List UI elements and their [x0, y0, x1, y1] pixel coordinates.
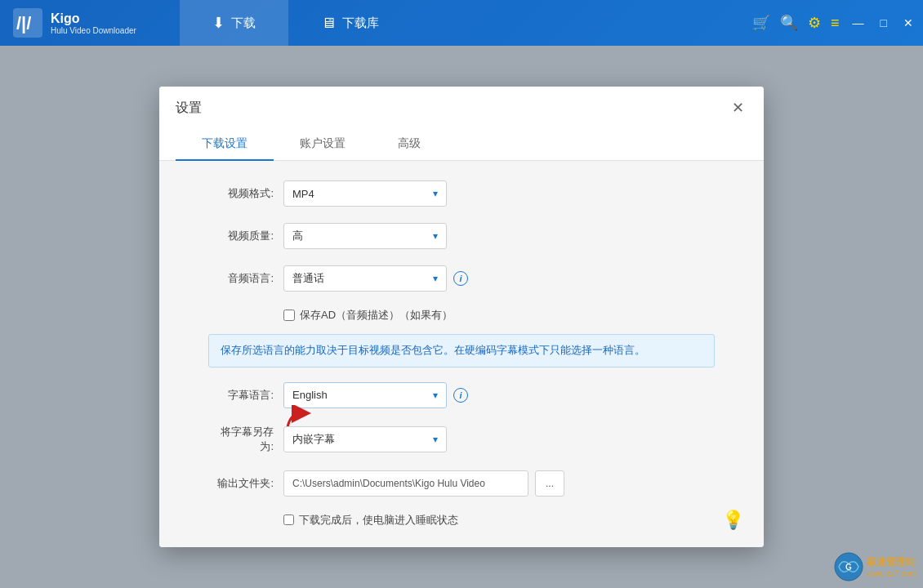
subtitle-lang-value: English: [292, 389, 328, 401]
tab-download-settings[interactable]: 下载设置: [176, 128, 274, 161]
output-folder-label: 输出文件夹:: [208, 476, 274, 491]
nav-tab-library[interactable]: 🖥 下载库: [288, 0, 412, 46]
audio-lang-row: 音频语言: 普通话 ▾ i: [208, 265, 715, 292]
dialog-title-row: 设置 ✕: [176, 98, 747, 127]
tab-advanced[interactable]: 高级: [372, 128, 447, 161]
library-nav-icon: 🖥: [321, 15, 336, 32]
sleep-checkbox[interactable]: [283, 514, 294, 525]
audio-lang-value: 普通话: [292, 271, 324, 286]
dialog-header: 设置 ✕ 下载设置 账户设置 高级: [159, 87, 764, 161]
video-quality-select[interactable]: 高 ▾: [283, 223, 447, 249]
save-ad-row: 保存AD（音频描述）（如果有）: [283, 308, 715, 323]
logo-area: /|/ Kigo Hulu Video Downloader: [0, 8, 180, 38]
cart-icon[interactable]: 🛒: [752, 14, 770, 32]
output-path-display: C:\Users\admin\Documents\Kigo Hulu Video: [283, 470, 528, 497]
window-close-button[interactable]: ✕: [900, 15, 916, 31]
settings-dialog: 设置 ✕ 下载设置 账户设置 高级: [159, 87, 764, 547]
sleep-checkbox-row: 下载完成后，使电脑进入睡眠状态: [283, 513, 715, 528]
subtitle-lang-info-icon[interactable]: i: [453, 388, 468, 403]
browse-button[interactable]: ...: [535, 470, 564, 497]
sleep-label: 下载完成后，使电脑进入睡眠状态: [299, 513, 458, 528]
nav-download-label: 下载: [231, 16, 256, 31]
video-quality-value: 高: [292, 229, 303, 243]
save-ad-checkbox[interactable]: [283, 310, 295, 321]
logo-text: Kigo Hulu Video Downloader: [51, 11, 136, 35]
dialog-tabs: 下载设置 账户设置 高级: [176, 127, 747, 160]
subtitle-lang-chevron: ▾: [433, 390, 438, 401]
modal-overlay: 设置 ✕ 下载设置 账户设置 高级: [0, 46, 923, 588]
save-subtitle-chevron: ▾: [433, 434, 438, 445]
svg-text:G: G: [845, 563, 852, 572]
video-format-chevron: ▾: [433, 188, 438, 199]
save-subtitle-value: 内嵌字幕: [292, 432, 335, 447]
output-folder-control: C:\Users\admin\Documents\Kigo Hulu Video…: [283, 470, 715, 497]
subtitle-lang-row: 字幕语言: English ▾ i: [208, 382, 715, 408]
content-area: 设置 ✕ 下载设置 账户设置 高级: [0, 46, 923, 588]
nav-library-label: 下载库: [342, 16, 379, 31]
watermark-logo-icon: G: [834, 552, 863, 581]
title-bar-controls: 🛒 🔍 ⚙ ≡ — □ ✕: [752, 14, 923, 32]
watermark-site-name: 极速管理站: [867, 555, 916, 569]
audio-lang-control: 普通话 ▾ i: [283, 265, 715, 292]
video-format-value: MP4: [292, 188, 314, 200]
audio-lang-chevron: ▾: [433, 273, 438, 284]
logo-subtitle: Hulu Video Downloader: [51, 26, 136, 35]
minimize-button[interactable]: —: [849, 15, 867, 31]
video-format-label: 视频格式:: [208, 186, 274, 201]
logo-title: Kigo: [51, 11, 136, 26]
video-format-row: 视频格式: MP4 ▾: [208, 180, 715, 207]
audio-lang-select[interactable]: 普通话 ▾: [283, 265, 447, 292]
tab-account-settings[interactable]: 账户设置: [274, 128, 372, 161]
watermark-site-url: www.xz7.com: [867, 569, 916, 578]
watermark-text-area: 极速管理站 www.xz7.com: [867, 555, 916, 578]
dialog-title: 设置: [176, 100, 202, 117]
subtitle-lang-control: English ▾ i: [283, 382, 715, 408]
video-quality-label: 视频质量:: [208, 229, 274, 243]
info-banner: 保存所选语言的能力取决于目标视频是否包含它。在硬编码字幕模式下只能选择一种语言。: [208, 334, 715, 368]
nav-tab-download[interactable]: ⬇ 下载: [180, 0, 288, 46]
search-icon[interactable]: 🔍: [780, 14, 798, 32]
output-folder-row: 输出文件夹: C:\Users\admin\Documents\Kigo Hul…: [208, 470, 715, 497]
title-bar: /|/ Kigo Hulu Video Downloader ⬇ 下载 🖥 下载…: [0, 0, 923, 46]
video-quality-control: 高 ▾: [283, 223, 715, 249]
video-quality-chevron: ▾: [433, 230, 438, 242]
video-format-select[interactable]: MP4 ▾: [283, 180, 447, 207]
save-subtitle-select[interactable]: 内嵌字幕 ▾: [283, 426, 447, 452]
video-format-control: MP4 ▾: [283, 180, 715, 207]
save-ad-label: 保存AD（音频描述）（如果有）: [300, 308, 453, 323]
app-window: /|/ Kigo Hulu Video Downloader ⬇ 下载 🖥 下载…: [0, 0, 923, 588]
menu-icon[interactable]: ≡: [831, 15, 840, 32]
save-subtitle-control: 内嵌字幕 ▾: [283, 426, 715, 452]
bulb-icon[interactable]: 💡: [722, 510, 744, 531]
save-subtitle-row: 将字幕另存为: 内嵌字幕 ▾: [208, 425, 715, 454]
dialog-close-button[interactable]: ✕: [728, 98, 747, 118]
maximize-button[interactable]: □: [877, 15, 890, 31]
download-nav-icon: ⬇: [212, 14, 225, 32]
svg-text:/|/: /|/: [16, 13, 31, 33]
video-quality-row: 视频质量: 高 ▾: [208, 223, 715, 249]
subtitle-lang-label: 字幕语言:: [208, 388, 274, 403]
audio-lang-label: 音频语言:: [208, 271, 274, 286]
settings-icon[interactable]: ⚙: [808, 14, 821, 32]
save-subtitle-label: 将字幕另存为:: [208, 425, 274, 454]
app-logo-icon: /|/: [13, 8, 42, 38]
audio-lang-info-icon[interactable]: i: [453, 271, 468, 286]
dialog-body: 视频格式: MP4 ▾ 视频质量: 高: [159, 161, 764, 547]
title-bar-nav: ⬇ 下载 🖥 下载库: [180, 0, 752, 46]
watermark: G 极速管理站 www.xz7.com: [834, 552, 916, 581]
subtitle-lang-select[interactable]: English ▾: [283, 382, 447, 408]
